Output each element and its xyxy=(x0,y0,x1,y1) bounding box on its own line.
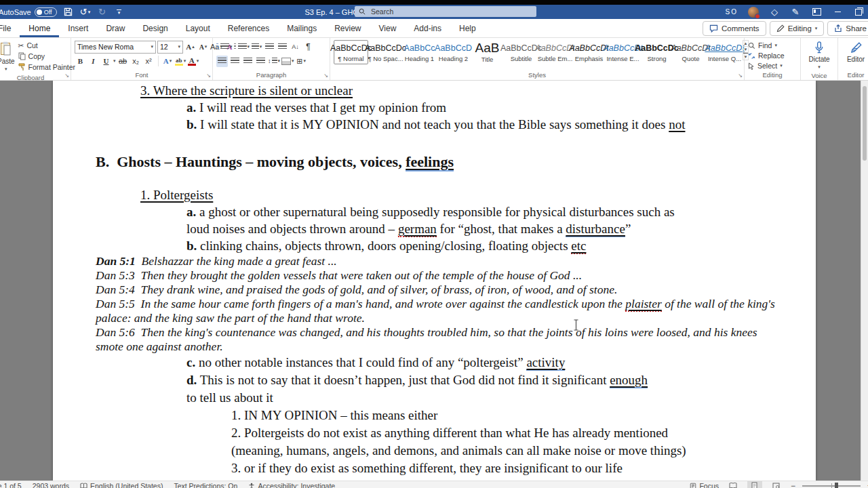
scrollbar-thumb[interactable] xyxy=(863,86,867,161)
highlight-color-button[interactable]: ab ▾ xyxy=(175,56,186,67)
tab-home[interactable]: Home xyxy=(20,19,59,37)
tab-view[interactable]: View xyxy=(370,19,406,37)
style-normal[interactable]: AaBbCcDc¶ Normal xyxy=(334,40,368,64)
doc-paragraph[interactable]: Dan 5:5 In the same hour came forth fing… xyxy=(96,297,775,325)
page-count[interactable]: Page 1 of 5 xyxy=(0,482,22,488)
doc-paragraph[interactable]: a. I will read the verses that I get my … xyxy=(96,99,775,116)
format-painter-button[interactable]: Format Painter xyxy=(18,62,75,72)
tab-mailings[interactable]: Mailings xyxy=(278,19,326,37)
strikethrough-button[interactable]: ab xyxy=(117,56,129,67)
word-count[interactable]: 2903 words xyxy=(33,482,69,488)
tab-references[interactable]: References xyxy=(219,19,278,37)
font-name-select[interactable]: Times New Roma ▾ xyxy=(75,41,156,54)
doc-paragraph[interactable]: c. no other notable instances that I cou… xyxy=(96,354,775,371)
undo-button[interactable]: ↺ ▾ xyxy=(80,6,91,18)
comments-button[interactable]: Comments xyxy=(703,21,766,36)
styles-dialog-launcher[interactable]: ↘ xyxy=(738,73,743,79)
tab-file[interactable]: File xyxy=(0,19,20,37)
style-no-spacing[interactable]: AaBbCcDc¶ No Spac... xyxy=(369,40,402,64)
shrink-font-button[interactable]: A▾ xyxy=(197,41,209,53)
doc-paragraph[interactable]: Dan 5:1 Belshazzar the king made a great… xyxy=(96,254,775,268)
tab-review[interactable]: Review xyxy=(326,19,370,37)
style-emphasis[interactable]: AaBbCcDtEmphasis xyxy=(572,40,606,64)
vertical-scrollbar[interactable] xyxy=(861,81,868,481)
doc-paragraph[interactable]: Dan 5:6 Then the king's countenance was … xyxy=(96,325,775,354)
paragraph-dialog-launcher[interactable]: ↘ xyxy=(323,73,328,79)
ink-pen-icon[interactable]: ✎ xyxy=(790,6,801,18)
italic-button[interactable]: I xyxy=(87,56,99,67)
doc-paragraph[interactable]: b. I will state that it is MY OPINION an… xyxy=(96,116,775,133)
avatar[interactable] xyxy=(748,7,759,18)
justify-button[interactable] xyxy=(255,56,267,67)
copy-button[interactable]: Copy xyxy=(18,52,75,61)
style-intense-quote[interactable]: AaBbCcDtIntense Q... xyxy=(708,40,741,64)
doc-paragraph[interactable]: (meaning, humans, angels, and demons, an… xyxy=(96,442,775,460)
search-input[interactable] xyxy=(370,7,532,16)
zoom-slider-handle[interactable] xyxy=(835,483,838,488)
tab-help[interactable]: Help xyxy=(450,19,485,37)
style-subtitle[interactable]: AaBbCcDcSubtitle xyxy=(505,40,538,64)
increase-indent-button[interactable] xyxy=(277,41,288,53)
select-button[interactable]: Select ▾ xyxy=(748,61,785,70)
bullets-button[interactable]: ▾ xyxy=(216,41,233,53)
editor-button[interactable]: Editor xyxy=(844,40,868,64)
premium-gem-icon[interactable]: ◇ xyxy=(769,6,780,18)
font-size-select[interactable]: 12 ▾ xyxy=(157,41,183,54)
doc-paragraph[interactable]: 1. Poltergeists xyxy=(96,186,775,203)
decrease-indent-button[interactable] xyxy=(264,41,275,53)
read-mode-button[interactable] xyxy=(726,481,741,488)
restore-button[interactable] xyxy=(853,6,864,18)
grow-font-button[interactable]: A▴ xyxy=(184,41,196,53)
web-layout-button[interactable] xyxy=(769,481,784,488)
zoom-slider[interactable] xyxy=(802,485,861,487)
cut-button[interactable]: ✂ Cut xyxy=(18,41,75,50)
dictate-button[interactable]: Dictate ▾ xyxy=(805,40,833,71)
sort-button[interactable]: A↓ xyxy=(290,41,301,53)
clipboard-dialog-launcher[interactable]: ↘ xyxy=(64,73,69,79)
align-right-button[interactable] xyxy=(242,56,254,67)
ribbon-display-options-button[interactable] xyxy=(811,6,822,18)
bold-button[interactable]: B xyxy=(75,56,86,67)
print-layout-button[interactable] xyxy=(747,481,762,488)
show-formatting-button[interactable]: ¶ xyxy=(302,41,314,53)
line-spacing-button[interactable]: ↕▾ xyxy=(268,56,280,67)
font-dialog-launcher[interactable]: ↘ xyxy=(206,73,211,79)
style-quote[interactable]: AaBbCcDtQuote xyxy=(674,40,707,64)
align-center-button[interactable] xyxy=(229,56,241,67)
autosave-toggle[interactable]: AutoSave Off xyxy=(0,7,57,17)
style-strong[interactable]: AaBbCcDcStrong xyxy=(640,40,673,64)
accessibility-status[interactable]: Accessibility: Investigate xyxy=(248,482,335,488)
search-box[interactable] xyxy=(355,6,536,17)
doc-paragraph[interactable]: 2. Poltergeists do not exist as anything… xyxy=(96,424,775,442)
doc-paragraph[interactable]: b. clinking chains, objects thrown, door… xyxy=(96,237,775,254)
style-heading-1[interactable]: AaBbCcHeading 1 xyxy=(403,40,436,64)
doc-paragraph[interactable]: 3. or if they do exist as something diff… xyxy=(96,460,775,477)
tab-design[interactable]: Design xyxy=(134,19,176,37)
align-left-button[interactable] xyxy=(216,56,228,67)
minimize-button[interactable] xyxy=(832,6,843,18)
tab-addins[interactable]: Add-ins xyxy=(405,19,450,37)
shading-button[interactable]: ▾ xyxy=(281,56,294,67)
redo-button[interactable]: ↻ xyxy=(97,6,108,18)
chevron-down-icon[interactable]: ▾ xyxy=(113,58,116,64)
numbering-button[interactable]: ▾ xyxy=(234,41,250,53)
focus-button[interactable]: Focus xyxy=(690,482,719,488)
document-page[interactable]: 3. Where the scripture is silent or uncl… xyxy=(53,81,816,481)
tab-insert[interactable]: Insert xyxy=(59,19,97,37)
style-title[interactable]: AaBTitle xyxy=(471,40,504,64)
paste-button[interactable]: Paste ▾ xyxy=(0,40,18,73)
find-button[interactable]: Find ▾ xyxy=(748,41,785,50)
zoom-out-button[interactable]: − xyxy=(791,481,795,488)
share-button[interactable]: Share xyxy=(827,21,868,36)
text-effects-button[interactable]: A▾ xyxy=(162,56,174,67)
doc-paragraph[interactable]: Dan 5:3 Then they brought the golden ves… xyxy=(96,268,775,283)
subscript-button[interactable]: x₂ xyxy=(130,56,142,67)
customize-quick-access-button[interactable]: ▾ xyxy=(114,6,125,18)
style-subtle-emphasis[interactable]: AaBbCcDtSubtle Em... xyxy=(538,40,572,64)
editing-mode-button[interactable]: Editing ▾ xyxy=(770,21,825,36)
superscript-button[interactable]: x² xyxy=(143,56,155,67)
doc-paragraph[interactable]: Dan 5:4 They drank wine, and praised the… xyxy=(96,283,775,297)
doc-paragraph[interactable]: loud noises and objects thrown around – … xyxy=(96,220,775,237)
doc-paragraph[interactable]: 3. Where the scripture is silent or uncl… xyxy=(96,82,775,99)
style-heading-2[interactable]: AaBbCcDHeading 2 xyxy=(437,40,470,64)
